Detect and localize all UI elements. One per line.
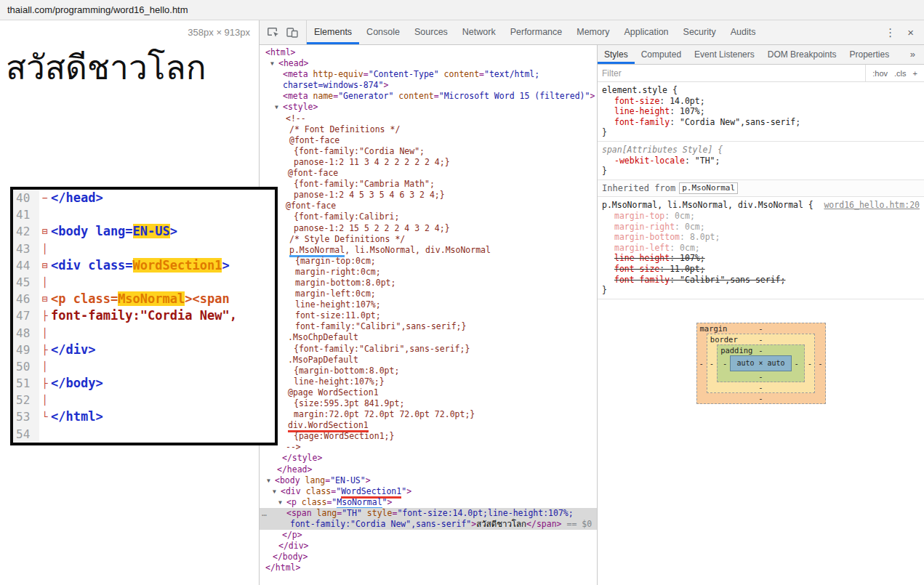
css-property[interactable]: margin-left: 0cm; xyxy=(602,243,920,254)
padding-top-value[interactable]: - xyxy=(758,346,763,355)
tree-row[interactable]: div.WordSection1 xyxy=(260,420,597,431)
tree-row[interactable]: /* Font Definitions */ xyxy=(260,124,597,135)
css-property[interactable]: font-size: 11.0pt; xyxy=(602,264,920,275)
css-property[interactable]: line-height: 107%; xyxy=(602,253,920,264)
css-property[interactable]: line-height: 107%; xyxy=(602,106,920,117)
tree-row[interactable]: <html> xyxy=(260,47,597,58)
css-property[interactable]: margin-top: 0cm; xyxy=(602,211,920,222)
styles-tab-event-listeners[interactable]: Event Listeners xyxy=(688,45,761,64)
tree-row[interactable]: </body> xyxy=(260,552,597,562)
box-model-padding[interactable]: padding- - auto × auto - - xyxy=(717,344,805,383)
tree-row[interactable]: {font-family:"Cordia New"; xyxy=(260,146,597,157)
tree-row[interactable]: ▼<div class="WordSection1"> xyxy=(260,486,597,497)
tree-row[interactable]: @font-face xyxy=(260,168,597,179)
tree-row[interactable]: </p> xyxy=(260,530,597,541)
border-bottom-value[interactable]: - xyxy=(758,383,763,392)
tree-row[interactable]: ▼<style> xyxy=(260,102,597,113)
tree-row[interactable]: .MsoChpDefault xyxy=(260,332,597,343)
tree-row[interactable]: font-family:"Cordia New",sans-serif">สวั… xyxy=(260,519,597,530)
tree-row[interactable]: panose-1:2 15 5 2 2 2 4 3 2 4;} xyxy=(260,223,597,234)
tree-row[interactable]: …<span lang="TH" style="font-size:14.0pt… xyxy=(260,508,597,519)
tree-row[interactable]: font-family:"Calibri",sans-serif;} xyxy=(260,321,597,332)
css-property[interactable]: -webkit-locale: "TH"; xyxy=(602,156,920,166)
box-model-content[interactable]: auto × auto xyxy=(730,355,791,372)
tree-row[interactable]: ▼<head> xyxy=(260,58,597,69)
devtools-tab-audits[interactable]: Audits xyxy=(723,20,763,44)
filter-toggle-[interactable]: + xyxy=(913,69,917,78)
devtools-tab-elements[interactable]: Elements xyxy=(307,20,359,44)
border-top-value[interactable]: - xyxy=(758,335,763,344)
tree-row[interactable]: @font-face xyxy=(260,201,597,211)
tree-row[interactable]: ▼<body lang="EN-US"> xyxy=(260,475,597,486)
box-model-margin[interactable]: margin- - border- - padding- xyxy=(696,323,826,405)
devtools-close-icon[interactable]: × xyxy=(907,26,914,39)
padding-right-value[interactable]: - xyxy=(795,358,799,369)
styles-tab-styles[interactable]: Styles xyxy=(598,45,635,64)
inherited-node-link[interactable]: p.MsoNormal xyxy=(679,182,738,195)
tree-row[interactable]: {size:595.3pt 841.9pt; xyxy=(260,398,597,409)
tree-row[interactable]: charset=windows-874"> xyxy=(260,80,597,91)
devtools-tab-application[interactable]: Application xyxy=(616,20,675,44)
more-tabs-icon[interactable]: » xyxy=(901,45,924,64)
devtools-tab-memory[interactable]: Memory xyxy=(569,20,616,44)
css-property[interactable]: margin-right: 0cm; xyxy=(602,222,920,233)
tree-row[interactable]: panose-1:2 4 5 3 5 4 6 3 2 4;} xyxy=(260,190,597,201)
filter-toggle-hov[interactable]: :hov xyxy=(872,69,888,78)
browser-url-bar[interactable]: thaiall.com/programming/word16_hello.htm xyxy=(0,0,924,20)
tree-row[interactable]: /* Style Definitions */ xyxy=(260,234,597,245)
margin-bottom-value[interactable]: - xyxy=(758,394,763,403)
devtools-tab-sources[interactable]: Sources xyxy=(407,20,455,44)
filter-toggle-cls[interactable]: .cls xyxy=(894,69,907,78)
device-toolbar-icon[interactable] xyxy=(283,24,302,41)
padding-left-value[interactable]: - xyxy=(723,358,727,369)
border-left-value[interactable]: - xyxy=(710,358,714,369)
margin-right-value[interactable]: - xyxy=(818,358,822,369)
tree-row[interactable]: line-height:107%;} xyxy=(260,376,597,387)
css-property[interactable]: font-family: "Calibri",sans-serif; xyxy=(602,275,920,286)
devtools-tab-security[interactable]: Security xyxy=(676,20,723,44)
tree-row[interactable]: line-height:107%; xyxy=(260,299,597,310)
devtools-tab-network[interactable]: Network xyxy=(455,20,503,44)
tree-row[interactable]: @font-face xyxy=(260,135,597,146)
tree-row[interactable]: {margin-bottom:8.0pt; xyxy=(260,366,597,376)
tree-row[interactable]: {page:WordSection1;} xyxy=(260,431,597,442)
tree-row[interactable]: {margin-top:0cm; xyxy=(260,256,597,267)
tree-row[interactable]: --> xyxy=(260,442,597,453)
tree-row[interactable]: {font-family:"Cambria Math"; xyxy=(260,179,597,190)
css-property[interactable]: font-family: "Cordia New",sans-serif; xyxy=(602,117,920,128)
inspect-element-icon[interactable] xyxy=(264,24,283,41)
margin-top-value[interactable]: - xyxy=(758,324,763,333)
tree-row[interactable]: </style> xyxy=(260,453,597,464)
css-property[interactable]: margin-bottom: 8.0pt; xyxy=(602,232,920,243)
tree-row[interactable]: {font-family:"Calibri",sans-serif;} xyxy=(260,344,597,355)
stylesheet-link[interactable]: word16_hello.htm:20 xyxy=(824,200,920,211)
tree-row[interactable]: .MsoPapDefault xyxy=(260,355,597,366)
tree-row[interactable]: ▼<p class="MsoNormal"> xyxy=(260,497,597,508)
tree-row[interactable]: margin:72.0pt 72.0pt 72.0pt 72.0pt;} xyxy=(260,409,597,420)
devtools-tab-performance[interactable]: Performance xyxy=(503,20,570,44)
tree-row[interactable]: </html> xyxy=(260,562,597,573)
tree-row[interactable]: p.MsoNormal, li.MsoNormal, div.MsoNormal xyxy=(260,245,597,256)
padding-bottom-value[interactable]: - xyxy=(758,372,763,381)
tree-row[interactable]: margin-left:0cm; xyxy=(260,289,597,299)
margin-left-value[interactable]: - xyxy=(699,358,704,369)
tree-row[interactable]: margin-bottom:8.0pt; xyxy=(260,278,597,289)
box-model-border[interactable]: border- - padding- - auto × auto xyxy=(707,334,815,394)
tree-row[interactable]: <meta http-equiv="Content-Type" content=… xyxy=(260,69,597,80)
styles-tab-properties[interactable]: Properties xyxy=(843,45,896,64)
tree-row[interactable]: <!-- xyxy=(260,113,597,124)
css-property[interactable]: font-size: 14.0pt; xyxy=(602,96,920,107)
tree-row[interactable]: </div> xyxy=(260,541,597,552)
tree-row[interactable]: font-size:11.0pt; xyxy=(260,310,597,321)
devtools-menu-icon[interactable]: ⋮ xyxy=(885,26,896,39)
tree-row[interactable]: {font-family:Calibri; xyxy=(260,211,597,222)
styles-tab-dom-breakpoints[interactable]: DOM Breakpoints xyxy=(761,45,843,64)
tree-row[interactable]: @page WordSection1 xyxy=(260,387,597,398)
tree-row[interactable]: </head> xyxy=(260,464,597,475)
tree-row[interactable]: margin-right:0cm; xyxy=(260,267,597,278)
border-right-value[interactable]: - xyxy=(808,358,812,369)
styles-tab-computed[interactable]: Computed xyxy=(635,45,688,64)
devtools-tab-console[interactable]: Console xyxy=(359,20,407,44)
tree-row[interactable]: panose-1:2 11 3 4 2 2 2 2 2 4;} xyxy=(260,157,597,168)
tree-row[interactable]: <meta name="Generator" content="Microsof… xyxy=(260,91,597,102)
